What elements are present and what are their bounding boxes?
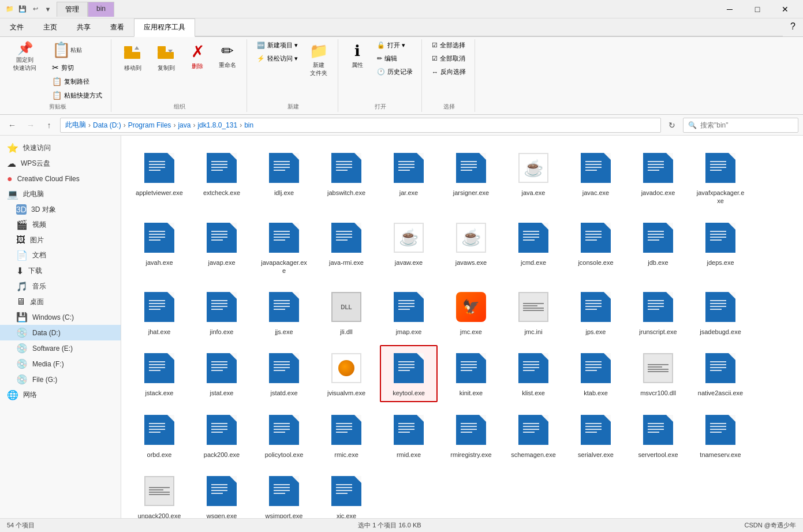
list-item[interactable]: ktab.exe	[567, 345, 625, 402]
sidebar-item-videos[interactable]: 🎬 视频	[0, 217, 121, 233]
sidebar-item-pictures[interactable]: 🖼 图片	[0, 233, 121, 248]
list-item[interactable]: jstack.exe	[130, 345, 188, 402]
list-item[interactable]: jstatd.exe	[255, 345, 313, 402]
list-item[interactable]: jrunscript.exe	[629, 284, 687, 340]
address-path[interactable]: 此电脑 › Data (D:) › Program Files › java ›…	[60, 118, 661, 133]
list-item[interactable]: javah.exe	[130, 215, 188, 280]
ribbon-tab-home[interactable]: 主页	[33, 18, 67, 36]
list-item[interactable]: javac.exe	[567, 145, 625, 210]
list-item[interactable]: jmc.ini	[505, 284, 562, 340]
sidebar-item-file-g[interactable]: 💿 File (G:)	[0, 372, 121, 387]
list-item[interactable]: javadoc.exe	[629, 145, 687, 210]
list-item[interactable]: ☕ java.exe	[505, 145, 562, 210]
sidebar-item-music[interactable]: 🎵 音乐	[0, 279, 121, 294]
list-item[interactable]: wsimport.exe	[255, 468, 313, 518]
list-item[interactable]: klist.exe	[505, 345, 562, 402]
list-item[interactable]: jjs.exe	[255, 284, 313, 340]
path-segment-3[interactable]: java	[178, 121, 191, 129]
list-item[interactable]: native2ascii.exe	[692, 345, 749, 402]
open-button[interactable]: 🔓 打开 ▾	[373, 39, 417, 51]
list-item[interactable]: jdeps.exe	[692, 215, 749, 280]
list-item[interactable]: jvisualvm.exe	[318, 345, 375, 402]
list-item[interactable]: ☕ javaw.exe	[380, 215, 438, 280]
ribbon-tab-apptools[interactable]: 应用程序工具	[134, 18, 195, 37]
sidebar-item-downloads[interactable]: ⬇ 下载	[0, 263, 121, 279]
list-item[interactable]: pack200.exe	[193, 407, 251, 463]
list-item[interactable]: javafxpackager.exe	[692, 145, 749, 210]
delete-button[interactable]: ✗ 删除	[184, 39, 211, 73]
path-segment-0[interactable]: 此电脑	[65, 120, 86, 130]
copy-to-button[interactable]: 复制到	[151, 39, 182, 75]
sidebar-item-3d-objects[interactable]: 3D 3D 对象	[0, 202, 121, 217]
more-icon[interactable]: ▼	[43, 4, 53, 14]
minimize-button[interactable]: ─	[716, 0, 743, 18]
up-button[interactable]: ↑	[42, 118, 57, 133]
list-item[interactable]: appletviewer.exe	[130, 145, 188, 210]
tab-bin[interactable]: bin	[88, 2, 114, 17]
search-input[interactable]	[700, 121, 793, 129]
list-item[interactable]: rmic.exe	[318, 407, 375, 463]
move-to-button[interactable]: 移动到	[117, 39, 148, 75]
sidebar-item-this-pc[interactable]: 💻 此电脑	[0, 186, 121, 202]
list-item[interactable]: rmid.exe	[380, 407, 438, 463]
invert-selection-button[interactable]: ↔ 反向选择	[428, 66, 470, 78]
list-item[interactable]: orbd.exe	[130, 407, 188, 463]
list-item[interactable]: jsadebugd.exe	[692, 284, 749, 340]
history-button[interactable]: 🕐 历史记录	[373, 66, 417, 78]
sidebar-item-network[interactable]: 🌐 网络	[0, 387, 121, 403]
list-item[interactable]: extcheck.exe	[193, 145, 251, 210]
copy-path-button[interactable]: 📋 复制路径	[48, 75, 106, 88]
list-item[interactable]: keytool.exe	[380, 345, 438, 402]
list-item[interactable]: java-rmi.exe	[318, 215, 375, 280]
list-item[interactable]: wsgen.exe	[193, 468, 251, 518]
sidebar-item-creative-cloud[interactable]: ● Creative Cloud Files	[0, 171, 121, 186]
properties-button[interactable]: ℹ 属性	[344, 39, 371, 72]
paste-shortcut-button[interactable]: 📋 粘贴快捷方式	[48, 89, 106, 102]
maximize-button[interactable]: □	[744, 0, 771, 18]
sidebar-item-wps-cloud[interactable]: ☁ WPS云盘	[0, 156, 121, 171]
list-item[interactable]: unpack200.exe	[130, 468, 188, 518]
list-item[interactable]: DLL jli.dll	[318, 284, 375, 340]
list-item[interactable]: jstat.exe	[193, 345, 251, 402]
path-segment-2[interactable]: Program Files	[128, 121, 171, 129]
list-item[interactable]: jps.exe	[567, 284, 625, 340]
quick-save-icon[interactable]: 💾	[17, 4, 28, 14]
refresh-button[interactable]: ↻	[664, 118, 679, 133]
sidebar-item-quick-access[interactable]: ⭐ 快速访问	[0, 140, 121, 156]
new-item-button[interactable]: 🆕 新建项目 ▾	[253, 39, 302, 51]
rename-button[interactable]: ✏ 重命名	[213, 39, 242, 72]
list-item[interactable]: jconsole.exe	[567, 215, 625, 280]
ribbon-tab-share[interactable]: 共享	[67, 18, 100, 36]
list-item[interactable]: jdb.exe	[629, 215, 687, 280]
list-item[interactable]: rmiregistry.exe	[442, 407, 500, 463]
list-item[interactable]: jabswitch.exe	[318, 145, 375, 210]
path-segment-1[interactable]: Data (D:)	[93, 121, 121, 129]
edit-button[interactable]: ✏ 编辑	[373, 53, 417, 65]
ribbon-tab-view[interactable]: 查看	[100, 18, 134, 36]
list-item[interactable]: javap.exe	[193, 215, 251, 280]
select-none-button[interactable]: ☑ 全部取消	[428, 53, 470, 65]
list-item[interactable]: serialver.exe	[567, 407, 625, 463]
list-item[interactable]: jinfo.exe	[193, 284, 251, 340]
tab-manage[interactable]: 管理	[57, 2, 88, 17]
easy-access-button[interactable]: ⚡ 轻松访问 ▾	[253, 53, 302, 65]
list-item[interactable]: jhat.exe	[130, 284, 188, 340]
sidebar-item-software-e[interactable]: 💿 Software (E:)	[0, 340, 121, 356]
ribbon-help-button[interactable]: ?	[783, 18, 803, 36]
list-item[interactable]: msvcr100.dll	[629, 345, 687, 402]
ribbon-tab-file[interactable]: 文件	[0, 18, 33, 36]
list-item[interactable]: schemagen.exe	[505, 407, 562, 463]
path-segment-4[interactable]: jdk1.8.0_131	[197, 121, 237, 129]
pin-to-quick-access-button[interactable]: 📌 固定到快速访问	[9, 39, 40, 75]
undo-icon[interactable]: ↩	[30, 4, 40, 14]
sidebar-item-documents[interactable]: 📄 文档	[0, 248, 121, 263]
list-item[interactable]: javapackager.exe	[255, 215, 313, 280]
sidebar-item-data-d[interactable]: 💿 Data (D:)	[0, 325, 121, 340]
sidebar-item-desktop[interactable]: 🖥 桌面	[0, 294, 121, 309]
list-item[interactable]: 🦅 jmc.exe	[442, 284, 500, 340]
list-item[interactable]: jar.exe	[380, 145, 438, 210]
forward-button[interactable]: →	[23, 118, 38, 133]
cut-button[interactable]: ✂ 剪切	[48, 61, 106, 74]
paste-button[interactable]: 📋 粘贴	[48, 39, 106, 60]
list-item[interactable]: xjc.exe	[318, 468, 375, 518]
